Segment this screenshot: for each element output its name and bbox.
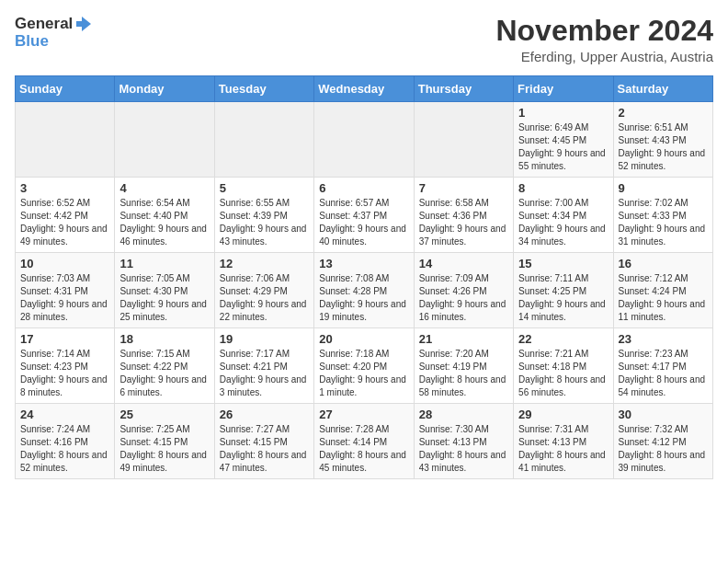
calendar-cell: 24Sunrise: 7:24 AM Sunset: 4:16 PM Dayli… <box>16 404 115 479</box>
day-info: Sunrise: 7:18 AM Sunset: 4:20 PM Dayligh… <box>319 348 408 399</box>
day-number: 14 <box>419 257 508 270</box>
day-number: 22 <box>518 332 608 346</box>
day-info: Sunrise: 7:06 AM Sunset: 4:29 PM Dayligh… <box>220 272 309 324</box>
calendar-cell <box>214 102 313 178</box>
calendar-week-row: 1Sunrise: 6:49 AM Sunset: 4:45 PM Daylig… <box>16 102 713 178</box>
day-number: 4 <box>119 181 209 195</box>
calendar-cell: 2Sunrise: 6:51 AM Sunset: 4:43 PM Daylig… <box>613 102 712 178</box>
day-number: 26 <box>220 408 309 421</box>
day-info: Sunrise: 7:15 AM Sunset: 4:22 PM Dayligh… <box>119 348 209 399</box>
title-area: November 2024 Eferding, Upper Austria, A… <box>495 15 713 64</box>
weekday-header-thursday: Thursday <box>414 76 513 102</box>
day-number: 10 <box>20 257 109 270</box>
calendar-subtitle: Eferding, Upper Austria, Austria <box>495 49 713 64</box>
header: General Blue November 2024 Eferding, Upp… <box>15 15 713 64</box>
logo: General Blue <box>15 15 93 51</box>
day-number: 19 <box>220 332 309 346</box>
weekday-header-sunday: Sunday <box>16 76 115 102</box>
day-info: Sunrise: 7:21 AM Sunset: 4:18 PM Dayligh… <box>518 348 608 399</box>
day-number: 8 <box>518 181 608 195</box>
calendar-cell: 5Sunrise: 6:55 AM Sunset: 4:39 PM Daylig… <box>214 178 313 253</box>
weekday-header-tuesday: Tuesday <box>214 76 313 102</box>
weekday-header-friday: Friday <box>514 76 613 102</box>
weekday-header-wednesday: Wednesday <box>314 76 414 102</box>
day-number: 25 <box>119 408 209 421</box>
day-info: Sunrise: 7:32 AM Sunset: 4:12 PM Dayligh… <box>619 423 708 475</box>
day-number: 28 <box>419 408 508 421</box>
calendar-cell: 11Sunrise: 7:05 AM Sunset: 4:30 PM Dayli… <box>115 253 214 328</box>
day-number: 2 <box>619 106 708 120</box>
calendar-cell: 10Sunrise: 7:03 AM Sunset: 4:31 PM Dayli… <box>16 253 115 328</box>
day-info: Sunrise: 7:08 AM Sunset: 4:28 PM Dayligh… <box>319 272 408 324</box>
day-number: 3 <box>20 181 109 195</box>
day-info: Sunrise: 7:00 AM Sunset: 4:34 PM Dayligh… <box>518 197 608 248</box>
calendar-title: November 2024 <box>495 15 713 47</box>
day-number: 12 <box>220 257 309 270</box>
calendar-cell: 20Sunrise: 7:18 AM Sunset: 4:20 PM Dayli… <box>314 328 414 404</box>
calendar-cell: 3Sunrise: 6:52 AM Sunset: 4:42 PM Daylig… <box>16 178 115 253</box>
day-info: Sunrise: 7:14 AM Sunset: 4:23 PM Dayligh… <box>20 348 109 399</box>
calendar-week-row: 17Sunrise: 7:14 AM Sunset: 4:23 PM Dayli… <box>16 328 713 404</box>
calendar-cell <box>16 102 115 178</box>
day-number: 23 <box>619 332 708 346</box>
calendar-cell: 27Sunrise: 7:28 AM Sunset: 4:14 PM Dayli… <box>314 404 414 479</box>
day-number: 24 <box>20 408 109 421</box>
calendar-table: SundayMondayTuesdayWednesdayThursdayFrid… <box>15 75 713 479</box>
day-info: Sunrise: 6:57 AM Sunset: 4:37 PM Dayligh… <box>319 197 408 248</box>
calendar-cell: 1Sunrise: 6:49 AM Sunset: 4:45 PM Daylig… <box>514 102 613 178</box>
day-number: 30 <box>619 408 708 421</box>
day-number: 27 <box>319 408 408 421</box>
day-info: Sunrise: 7:02 AM Sunset: 4:33 PM Dayligh… <box>619 197 708 248</box>
day-info: Sunrise: 7:05 AM Sunset: 4:30 PM Dayligh… <box>119 272 209 324</box>
day-info: Sunrise: 7:27 AM Sunset: 4:15 PM Dayligh… <box>220 423 309 475</box>
day-number: 7 <box>419 181 508 195</box>
day-info: Sunrise: 7:23 AM Sunset: 4:17 PM Dayligh… <box>619 348 708 399</box>
weekday-header-saturday: Saturday <box>613 76 712 102</box>
day-info: Sunrise: 6:55 AM Sunset: 4:39 PM Dayligh… <box>220 197 309 248</box>
calendar-cell <box>314 102 414 178</box>
calendar-cell: 14Sunrise: 7:09 AM Sunset: 4:26 PM Dayli… <box>414 253 513 328</box>
day-info: Sunrise: 6:58 AM Sunset: 4:36 PM Dayligh… <box>419 197 508 248</box>
day-info: Sunrise: 6:51 AM Sunset: 4:43 PM Dayligh… <box>619 121 708 173</box>
day-info: Sunrise: 7:30 AM Sunset: 4:13 PM Dayligh… <box>419 423 508 475</box>
day-number: 21 <box>419 332 508 346</box>
calendar-cell: 8Sunrise: 7:00 AM Sunset: 4:34 PM Daylig… <box>514 178 613 253</box>
day-info: Sunrise: 7:24 AM Sunset: 4:16 PM Dayligh… <box>20 423 109 475</box>
day-number: 20 <box>319 332 408 346</box>
calendar-cell: 28Sunrise: 7:30 AM Sunset: 4:13 PM Dayli… <box>414 404 513 479</box>
calendar-cell: 4Sunrise: 6:54 AM Sunset: 4:40 PM Daylig… <box>115 178 214 253</box>
day-number: 29 <box>518 408 608 421</box>
calendar-cell: 12Sunrise: 7:06 AM Sunset: 4:29 PM Dayli… <box>214 253 313 328</box>
calendar-cell: 13Sunrise: 7:08 AM Sunset: 4:28 PM Dayli… <box>314 253 414 328</box>
svg-marker-0 <box>76 17 91 31</box>
calendar-week-row: 10Sunrise: 7:03 AM Sunset: 4:31 PM Dayli… <box>16 253 713 328</box>
calendar-week-row: 3Sunrise: 6:52 AM Sunset: 4:42 PM Daylig… <box>16 178 713 253</box>
logo-arrow-icon <box>74 15 93 33</box>
day-number: 15 <box>518 257 608 270</box>
calendar-cell: 17Sunrise: 7:14 AM Sunset: 4:23 PM Dayli… <box>16 328 115 404</box>
calendar-cell: 22Sunrise: 7:21 AM Sunset: 4:18 PM Dayli… <box>514 328 613 404</box>
day-number: 16 <box>619 257 708 270</box>
calendar-cell: 29Sunrise: 7:31 AM Sunset: 4:13 PM Dayli… <box>514 404 613 479</box>
day-number: 1 <box>518 106 608 120</box>
calendar-cell: 26Sunrise: 7:27 AM Sunset: 4:15 PM Dayli… <box>214 404 313 479</box>
day-info: Sunrise: 7:17 AM Sunset: 4:21 PM Dayligh… <box>220 348 309 399</box>
day-number: 17 <box>20 332 109 346</box>
day-info: Sunrise: 7:09 AM Sunset: 4:26 PM Dayligh… <box>419 272 508 324</box>
calendar-cell: 21Sunrise: 7:20 AM Sunset: 4:19 PM Dayli… <box>414 328 513 404</box>
calendar-cell <box>115 102 214 178</box>
day-number: 11 <box>119 257 209 270</box>
day-info: Sunrise: 7:12 AM Sunset: 4:24 PM Dayligh… <box>619 272 708 324</box>
calendar-cell: 18Sunrise: 7:15 AM Sunset: 4:22 PM Dayli… <box>115 328 214 404</box>
calendar-cell: 15Sunrise: 7:11 AM Sunset: 4:25 PM Dayli… <box>514 253 613 328</box>
day-info: Sunrise: 7:31 AM Sunset: 4:13 PM Dayligh… <box>518 423 608 475</box>
day-number: 9 <box>619 181 708 195</box>
day-number: 13 <box>319 257 408 270</box>
calendar-cell: 23Sunrise: 7:23 AM Sunset: 4:17 PM Dayli… <box>613 328 712 404</box>
calendar-cell: 16Sunrise: 7:12 AM Sunset: 4:24 PM Dayli… <box>613 253 712 328</box>
day-info: Sunrise: 7:25 AM Sunset: 4:15 PM Dayligh… <box>119 423 209 475</box>
day-info: Sunrise: 7:20 AM Sunset: 4:19 PM Dayligh… <box>419 348 508 399</box>
calendar-week-row: 24Sunrise: 7:24 AM Sunset: 4:16 PM Dayli… <box>16 404 713 479</box>
day-info: Sunrise: 7:28 AM Sunset: 4:14 PM Dayligh… <box>319 423 408 475</box>
logo-text: General Blue <box>15 15 93 51</box>
